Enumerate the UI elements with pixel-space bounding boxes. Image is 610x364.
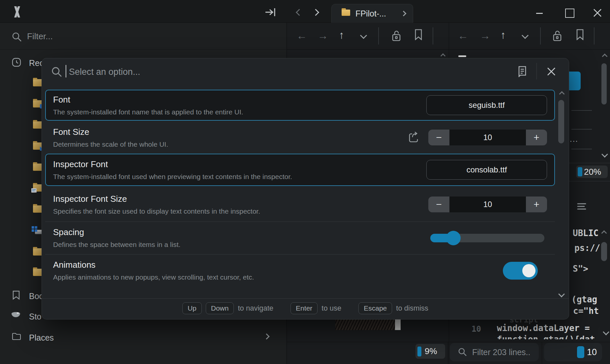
setting-description: Specifies the font size used to display … [53,207,260,215]
decrement-button[interactable]: − [428,197,449,212]
setting-row-animations[interactable]: Animations Applies animations to new pop… [45,255,555,286]
setting-row-font-size[interactable]: Font Size Determines the scale of the wh… [45,123,555,152]
code-line: window.dataLayer = [497,323,590,333]
scrollbar-thumb[interactable] [601,242,607,261]
row-controls: − 10 + [408,130,547,145]
folder-icon[interactable] [33,184,43,192]
code-fragment: ps:// [574,243,600,253]
row-divider [45,222,555,222]
up-icon[interactable]: ↑ [339,30,344,40]
setting-row-inspector-font[interactable]: Inspector Font The system-installed font… [45,154,555,186]
slider-thumb[interactable] [446,231,461,245]
log-icon[interactable] [517,66,527,77]
forward-icon[interactable]: → [480,30,490,41]
text-cursor [66,65,66,77]
setting-description: Determines the scale of the whole UI. [53,140,168,148]
reset-icon[interactable] [408,132,420,143]
setting-title: Inspector Font [53,159,292,169]
inspector-font-size-stepper: − 10 + [428,197,547,212]
back-icon[interactable]: ← [458,30,468,41]
jump-to-pane-icon[interactable] [265,7,277,17]
code-line-clipped: function gtag(){dat [497,334,602,339]
bottom-bar-divider [287,342,610,342]
row-text: Spacing Defines the space between items … [53,227,180,249]
tab-fpilot[interactable]: FPilot-... [331,4,413,23]
folder-icon[interactable] [33,269,43,276]
font-value-field[interactable]: seguisb.ttf [426,95,547,115]
storage-icon [11,311,21,319]
tab-forward-icon[interactable] [312,9,319,16]
animations-toggle[interactable] [503,262,538,280]
sidebar-item-recent[interactable]: Rec [29,58,44,68]
decrement-button[interactable]: − [428,130,449,145]
folder-icon[interactable] [33,100,43,107]
setting-row-font[interactable]: Font The system-installed font name that… [45,90,555,121]
close-dialog-button[interactable] [546,67,556,76]
zoom-badge[interactable]: 20% [576,166,608,178]
forward-icon[interactable]: → [318,30,328,41]
line-filter-input[interactable] [472,347,542,357]
scroll-up-icon[interactable] [559,91,565,97]
hints-divider [42,298,569,299]
toolbar-separator [594,27,595,45]
tab-back-icon[interactable] [296,9,303,16]
unlock-icon[interactable] [391,30,402,42]
increment-button[interactable]: + [526,197,547,212]
close-window-button[interactable] [593,9,602,17]
option-search-input[interactable] [68,64,320,79]
sidebar-item-bookmarks[interactable]: Boo [29,291,44,301]
sidebar-filter-input[interactable] [26,29,133,44]
folder-icon[interactable] [33,248,43,256]
key-up: Up [182,302,202,314]
setting-row-inspector-font-size[interactable]: Inspector Font Size Specifies the font s… [45,188,555,221]
scrollbar-thumb[interactable] [558,100,564,143]
folder-icon[interactable] [33,164,43,171]
places-expand-icon[interactable] [263,333,269,339]
ellipsis-text: ... [570,135,578,144]
folder-icon[interactable] [33,142,43,150]
setting-description: The system-installed font name that is a… [53,108,243,116]
font-size-value[interactable]: 10 [449,130,526,145]
spacing-slider[interactable] [430,234,544,242]
list-item-fragment [571,149,592,149]
folder-icon[interactable] [33,121,43,129]
increment-button[interactable]: + [526,130,547,145]
menu-icon[interactable] [577,203,586,210]
minimize-button[interactable] [536,13,543,14]
value-badge-box[interactable]: 10 [544,343,602,361]
setting-title: Spacing [53,227,180,237]
windows-logo-icon [32,226,37,232]
up-icon[interactable]: ↑ [501,30,506,40]
scrollbar-thumb[interactable] [601,63,607,105]
list-item-fragment [571,110,592,111]
folder-icon[interactable] [33,79,43,86]
setting-row-spacing[interactable]: Spacing Defines the space between items … [45,222,555,254]
key-escape: Escape [358,302,392,314]
setting-title: Font Size [53,127,168,137]
bookmark-icon[interactable] [414,29,423,40]
badge-accent-bar [417,347,421,356]
row-divider [45,254,555,255]
progress-badge[interactable]: 9% [415,344,445,359]
folder-icon[interactable] [33,205,43,213]
code-fragment: UBLIC [573,228,598,238]
scroll-down-icon[interactable] [558,291,565,297]
unlock-icon[interactable] [552,30,563,42]
inspector-font-size-value[interactable]: 10 [449,197,526,212]
sidebar-item-places[interactable]: Places [29,333,54,343]
setting-description: The system-installed font used when prev… [53,173,292,181]
maximize-button[interactable] [565,9,574,18]
inspector-font-value-field[interactable]: consolab.ttf [426,160,547,180]
back-icon[interactable]: ← [296,30,307,41]
hint-dismiss: to dismiss [396,304,428,313]
toolbar-separator [378,27,379,45]
tab-chevron-icon[interactable] [401,11,407,16]
sidebar-item-storage[interactable]: Sto [29,312,42,321]
setting-title: Animations [53,260,254,270]
setting-title: Font [53,95,243,105]
selected-item-highlight [569,72,581,90]
bookmark-icon[interactable] [576,29,584,40]
row-text: Inspector Font The system-installed font… [53,159,292,181]
search-icon [12,32,22,42]
progress-value: 9% [425,346,437,356]
